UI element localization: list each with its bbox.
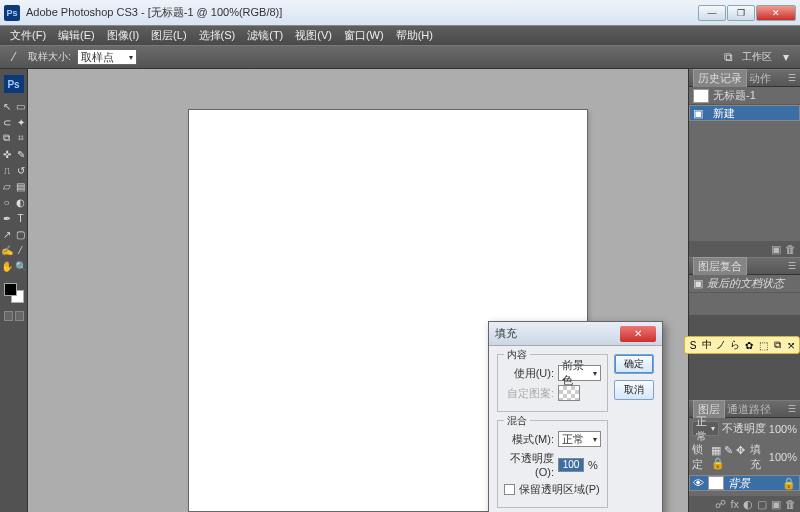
history-brush-tool[interactable]: ↺: [15, 163, 27, 177]
ime-punct-icon[interactable]: ノ: [715, 339, 727, 351]
dialog-close-button[interactable]: ✕: [620, 326, 656, 342]
dodge-tool[interactable]: ◐: [15, 195, 27, 209]
new-step-icon: ▣: [693, 107, 709, 120]
canvas-area: 填充 ✕ 内容 使用(U): 前景色▾ 自定图案:: [28, 69, 688, 512]
lasso-tool[interactable]: ⊂: [1, 115, 13, 129]
notes-tool[interactable]: ✍: [1, 243, 13, 257]
preserve-checkbox[interactable]: [504, 484, 515, 495]
trash-icon[interactable]: 🗑: [785, 498, 796, 510]
use-dropdown[interactable]: 前景色▾: [558, 365, 601, 381]
eyedropper-tool[interactable]: ⁄: [15, 243, 27, 257]
mode-label: 模式(M):: [504, 432, 554, 447]
panel-menu-icon[interactable]: ☰: [788, 73, 796, 83]
crop-tool[interactable]: ⧉: [1, 131, 13, 145]
move-tool[interactable]: ↖: [1, 99, 13, 113]
minimize-button[interactable]: —: [698, 5, 726, 21]
close-button[interactable]: ✕: [756, 5, 796, 21]
eraser-tool[interactable]: ▱: [1, 179, 13, 193]
new-snapshot-icon[interactable]: ▣: [771, 243, 781, 256]
history-tab[interactable]: 历史记录: [693, 69, 747, 87]
opacity-input[interactable]: 100: [558, 458, 584, 472]
blend-mode-dropdown[interactable]: 正常▾: [692, 421, 719, 436]
wand-tool[interactable]: ✦: [15, 115, 27, 129]
ok-button[interactable]: 确定: [614, 354, 654, 374]
brush-tool[interactable]: ✎: [15, 147, 27, 161]
menu-edit[interactable]: 编辑(E): [52, 28, 101, 43]
type-tool[interactable]: T: [15, 211, 27, 225]
menu-help[interactable]: 帮助(H): [390, 28, 439, 43]
comp-state-icon: ▣: [693, 277, 703, 290]
menu-bar: 文件(F) 编辑(E) 图像(I) 图层(L) 选择(S) 滤镜(T) 视图(V…: [0, 26, 800, 45]
zoom-tool[interactable]: 🔍: [15, 259, 27, 273]
stamp-tool[interactable]: ⎍: [1, 163, 13, 177]
ime-pin-icon[interactable]: ⤧: [785, 339, 797, 351]
lock-icon: 🔒: [782, 477, 796, 490]
path-tool[interactable]: ↗: [1, 227, 13, 241]
layercomp-tab[interactable]: 图层复合: [693, 257, 747, 275]
marquee-tool[interactable]: ▭: [15, 99, 27, 113]
ime-shape-icon[interactable]: ら: [729, 339, 741, 351]
channels-tab[interactable]: 通道: [727, 402, 749, 417]
hand-tool[interactable]: ✋: [1, 259, 13, 273]
heal-tool[interactable]: ✜: [1, 147, 13, 161]
new-layer-icon[interactable]: ▣: [771, 498, 781, 511]
ps-logo-icon: Ps: [4, 75, 24, 93]
mode-dropdown[interactable]: 正常▾: [558, 431, 601, 447]
workspace-icon[interactable]: ⧉: [720, 49, 736, 65]
maximize-button[interactable]: ❐: [727, 5, 755, 21]
opacity-value[interactable]: 100%: [769, 423, 797, 435]
color-swatch[interactable]: [4, 283, 24, 303]
sample-size-dropdown[interactable]: 取样点▾: [77, 49, 137, 65]
paths-tab[interactable]: 路径: [749, 402, 771, 417]
fx-icon[interactable]: fx: [730, 498, 739, 510]
workspace-label: 工作区: [742, 50, 772, 64]
folder-icon[interactable]: ▢: [757, 498, 767, 511]
history-doc-row[interactable]: 无标题-1: [689, 87, 800, 105]
lock-icons[interactable]: ▦ ✎ ✥ 🔒: [711, 444, 747, 470]
eyedropper-icon: ⁄: [6, 49, 22, 65]
menu-image[interactable]: 图像(I): [101, 28, 145, 43]
cancel-button[interactable]: 取消: [614, 380, 654, 400]
blending-legend: 混合: [504, 414, 530, 428]
history-step-row[interactable]: ▣新建: [689, 105, 800, 121]
ime-toolbar[interactable]: S 中 ノ ら ✿ ⬚ ⧉ ⤧: [684, 336, 800, 354]
opacity-label: 不透明度(O):: [504, 451, 554, 478]
layercomp-panel-header[interactable]: 图层复合 ☰: [689, 257, 800, 275]
menu-file[interactable]: 文件(F): [4, 28, 52, 43]
menu-window[interactable]: 窗口(W): [338, 28, 390, 43]
use-label: 使用(U):: [504, 366, 554, 381]
contents-fieldset: 内容 使用(U): 前景色▾ 自定图案:: [497, 354, 608, 412]
workspace-dropdown-icon[interactable]: ▾: [778, 49, 794, 65]
layer-row-bg[interactable]: 👁 背景 🔒: [689, 475, 800, 491]
gradient-tool[interactable]: ▤: [15, 179, 27, 193]
actions-tab[interactable]: 动作: [749, 71, 771, 86]
ime-skin-icon[interactable]: ⬚: [757, 339, 769, 351]
menu-view[interactable]: 视图(V): [289, 28, 338, 43]
panels-column: 历史记录 动作 ☰ 无标题-1 ▣新建 ▣🗑 图层复合 ☰ ▣最后的文档状态 图…: [688, 69, 800, 512]
layers-footer: ☍fx◐▢▣🗑: [689, 496, 800, 512]
delete-icon[interactable]: 🗑: [785, 243, 796, 255]
dialog-titlebar[interactable]: 填充 ✕: [489, 322, 662, 346]
menu-layer[interactable]: 图层(L): [145, 28, 192, 43]
visibility-icon[interactable]: 👁: [693, 477, 704, 489]
blur-tool[interactable]: ○: [1, 195, 13, 209]
doc-thumb-icon: [693, 89, 709, 103]
panel-menu-icon[interactable]: ☰: [788, 404, 796, 414]
menu-select[interactable]: 选择(S): [193, 28, 242, 43]
screen-mode[interactable]: [4, 311, 24, 321]
ime-zh-icon[interactable]: 中: [701, 339, 713, 351]
menu-filter[interactable]: 滤镜(T): [241, 28, 289, 43]
slice-tool[interactable]: ⌗: [15, 131, 27, 145]
pen-tool[interactable]: ✒: [1, 211, 13, 225]
shape-tool[interactable]: ▢: [15, 227, 27, 241]
history-panel-header[interactable]: 历史记录 动作 ☰: [689, 69, 800, 87]
ime-softkb-icon[interactable]: ✿: [743, 339, 755, 351]
link-icon[interactable]: ☍: [715, 498, 726, 511]
panel-menu-icon[interactable]: ☰: [788, 261, 796, 271]
fill-label: 填充: [750, 442, 766, 472]
ime-s-icon[interactable]: S: [687, 339, 699, 351]
layercomp-row[interactable]: ▣最后的文档状态: [689, 275, 800, 293]
mask-icon[interactable]: ◐: [743, 498, 753, 511]
fill-value[interactable]: 100%: [769, 451, 797, 463]
ime-menu-icon[interactable]: ⧉: [771, 339, 783, 351]
